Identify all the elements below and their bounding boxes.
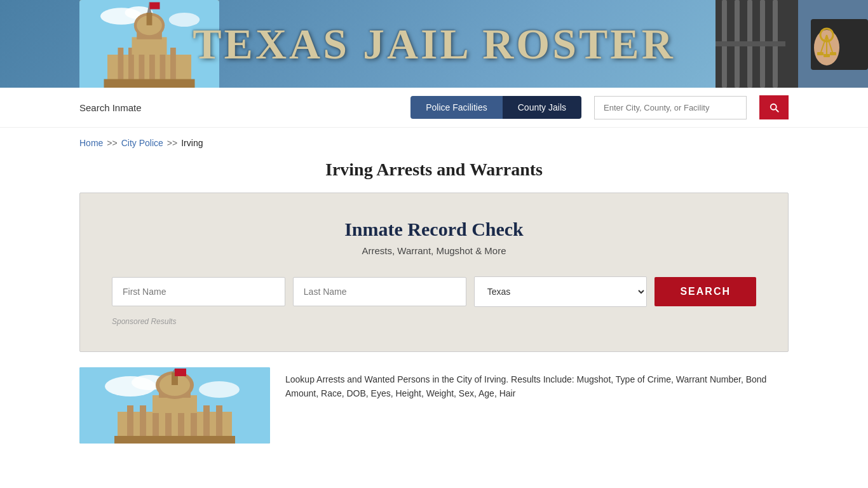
- search-form-row: AlabamaAlaskaArizonaArkansasCaliforniaCo…: [112, 276, 756, 307]
- inmate-search-button[interactable]: SEARCH: [654, 277, 756, 306]
- last-name-input[interactable]: [293, 277, 466, 306]
- svg-rect-11: [104, 79, 195, 88]
- header-banner: Texas Jail Roster: [0, 0, 868, 88]
- breadcrumb-sep1: >>: [107, 138, 117, 148]
- facility-search-button[interactable]: [759, 95, 789, 119]
- svg-rect-36: [830, 52, 836, 55]
- search-icon: [768, 102, 780, 113]
- site-title: Texas Jail Roster: [193, 19, 675, 69]
- search-card-subtitle: Arrests, Warrant, Mugshot & More: [112, 245, 756, 256]
- search-card-title: Inmate Record Check: [112, 219, 756, 240]
- state-select[interactable]: AlabamaAlaskaArizonaArkansasCaliforniaCo…: [474, 276, 648, 307]
- breadcrumb: Home >> City Police >> Irving: [0, 128, 868, 153]
- svg-rect-35: [824, 54, 830, 57]
- facility-search-input[interactable]: [594, 96, 747, 119]
- breadcrumb-current: Irving: [181, 138, 203, 148]
- svg-rect-26: [715, 41, 785, 46]
- svg-point-40: [199, 381, 240, 398]
- nav-bar: Search Inmate Police Facilities County J…: [0, 88, 868, 128]
- jail-door-decoration: [715, 0, 868, 88]
- bottom-capitol-image: [79, 367, 270, 444]
- svg-rect-12: [132, 37, 167, 55]
- breadcrumb-home[interactable]: Home: [79, 138, 103, 148]
- nav-facility-buttons: Police Facilities County Jails: [410, 96, 581, 119]
- search-inmate-label: Search Inmate: [79, 102, 398, 113]
- page-title: Irving Arrests and Warrants: [0, 159, 868, 180]
- bottom-description: Lookup Arrests and Wanted Persons in the…: [285, 367, 789, 401]
- svg-rect-16: [147, 13, 153, 25]
- sponsored-label: Sponsored Results: [112, 317, 756, 326]
- county-jails-button[interactable]: County Jails: [503, 96, 581, 119]
- svg-rect-57: [175, 369, 186, 376]
- search-card: Inmate Record Check Arrests, Warrant, Mu…: [79, 193, 789, 352]
- svg-rect-18: [149, 2, 160, 9]
- jail-door-image: [715, 0, 868, 88]
- breadcrumb-sep2: >>: [167, 138, 177, 148]
- bottom-section: Lookup Arrests and Wanted Persons in the…: [79, 367, 789, 444]
- police-facilities-button[interactable]: Police Facilities: [410, 96, 502, 119]
- page-title-wrap: Irving Arrests and Warrants: [0, 153, 868, 193]
- first-name-input[interactable]: [112, 277, 285, 306]
- svg-rect-34: [817, 52, 824, 55]
- svg-rect-50: [114, 436, 235, 444]
- breadcrumb-city-police[interactable]: City Police: [121, 138, 163, 148]
